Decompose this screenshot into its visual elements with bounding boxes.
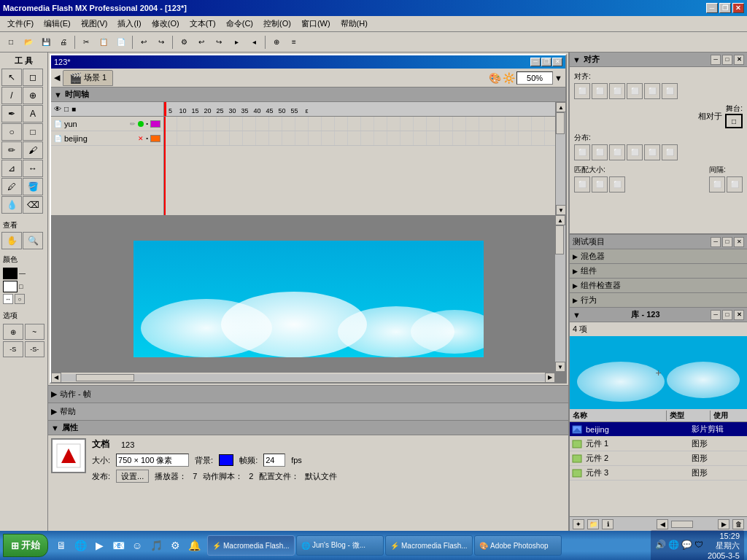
- actions-collapse[interactable]: ▶: [51, 389, 57, 399]
- media-btn[interactable]: ▶: [90, 537, 108, 554]
- option-x[interactable]: -S-: [25, 341, 45, 357]
- dist-center-h[interactable]: ⬜: [592, 144, 608, 160]
- dist-bottom[interactable]: ⬜: [662, 144, 678, 160]
- space-v[interactable]: ⬜: [727, 176, 743, 192]
- open-btn[interactable]: 📂: [20, 34, 36, 50]
- grid-btn[interactable]: ≡: [286, 34, 302, 50]
- match-w[interactable]: ⬜: [574, 176, 590, 192]
- canvas-scroll-up[interactable]: ▲: [555, 215, 565, 225]
- test-close[interactable]: ✕: [734, 237, 744, 247]
- menu-file[interactable]: 文件(F): [3, 17, 38, 31]
- menu-text[interactable]: 文本(T): [185, 17, 220, 31]
- lib-expand[interactable]: □: [722, 310, 732, 320]
- align-btn[interactable]: ⊕: [268, 34, 285, 50]
- taskbar-blog[interactable]: 🌐 Jun's Blog - 微...: [296, 535, 384, 556]
- lib-scrollbar-right[interactable]: ▶: [718, 519, 729, 529]
- timeline-collapse-btn[interactable]: ▼: [54, 90, 62, 99]
- back-btn[interactable]: ◀: [54, 73, 60, 82]
- cut-btn[interactable]: ✂: [78, 34, 94, 50]
- menu-edit[interactable]: 编辑(E): [39, 17, 75, 31]
- canvas-scroll-thumb[interactable]: [555, 225, 564, 254]
- lib-item-element1[interactable]: 元件 1 图形: [570, 437, 747, 451]
- scene-tab[interactable]: 🎬 场景 1: [63, 70, 113, 86]
- selection-tool[interactable]: ↖: [1, 69, 22, 86]
- align-bottom[interactable]: ⬜: [662, 83, 678, 99]
- taskbar-flash2[interactable]: ⚡ Macromedia Flash...: [385, 535, 473, 556]
- space-h[interactable]: ⬜: [709, 176, 725, 192]
- hand-tool[interactable]: ✋: [1, 232, 22, 249]
- scroll-down-btn[interactable]: ▼: [556, 205, 566, 215]
- paste-btn[interactable]: 📄: [113, 34, 129, 50]
- dist-left[interactable]: ⬜: [574, 144, 590, 160]
- scroll-up-btn[interactable]: ▲: [556, 102, 566, 112]
- save-btn[interactable]: 💾: [38, 34, 54, 50]
- paint-bucket-tool[interactable]: 🪣: [23, 178, 43, 195]
- align-left[interactable]: ⬜: [574, 83, 590, 99]
- qb4[interactable]: ⚙: [166, 537, 184, 554]
- pencil-tool[interactable]: ✏: [1, 141, 22, 159]
- publish-settings-btn[interactable]: 设置...: [116, 470, 149, 483]
- undo-btn[interactable]: ↩: [136, 34, 152, 50]
- dist-top[interactable]: ⬜: [627, 144, 643, 160]
- eyedropper-tool[interactable]: 💧: [1, 196, 22, 214]
- brush-tool[interactable]: 🖌: [23, 141, 43, 159]
- panel-behavior[interactable]: ▶ 行为: [570, 293, 747, 308]
- free-transform-tool[interactable]: ⊿: [1, 160, 22, 177]
- print-btn[interactable]: 🖨: [55, 34, 71, 50]
- lib-properties[interactable]: ℹ: [602, 519, 614, 529]
- bg-color-swatch[interactable]: [219, 454, 233, 466]
- frame-row-yun[interactable]: [164, 117, 555, 131]
- menu-commands[interactable]: 命令(C): [222, 17, 258, 31]
- new-btn[interactable]: □: [3, 34, 19, 50]
- menu-window[interactable]: 窗口(W): [297, 17, 335, 31]
- taskbar-photoshop[interactable]: 🎨 Adobe Photoshop: [474, 535, 562, 556]
- stroke-color-swatch[interactable]: [3, 268, 18, 279]
- eraser-tool[interactable]: ⌫: [23, 196, 43, 214]
- oval-tool[interactable]: ○: [1, 123, 22, 141]
- smooth-btn[interactable]: ↩: [193, 34, 209, 50]
- lib-new-folder[interactable]: 📁: [587, 519, 599, 529]
- lib-scrollbar-left[interactable]: ◀: [657, 519, 668, 529]
- layer-beijing[interactable]: 📄 beijing ✕ •: [51, 131, 163, 146]
- restore-button[interactable]: ❐: [719, 3, 731, 13]
- straighten-btn[interactable]: ↪: [211, 34, 227, 50]
- redo-btn[interactable]: ↪: [153, 34, 169, 50]
- qb2[interactable]: ☺: [128, 537, 146, 554]
- pen-tool[interactable]: ✒: [1, 105, 22, 122]
- taskbar-flash1[interactable]: ⚡ Macromedia Flash...: [207, 535, 295, 556]
- zoom-tool[interactable]: 🔍: [23, 232, 43, 249]
- lib-minimize[interactable]: ─: [711, 310, 721, 320]
- hscroll-thumb[interactable]: [76, 374, 134, 381]
- line-tool[interactable]: /: [1, 87, 22, 104]
- menu-help[interactable]: 帮助(H): [336, 17, 372, 31]
- ie-btn[interactable]: 🌐: [71, 537, 89, 554]
- lasso-tool[interactable]: ⊕: [23, 87, 43, 104]
- lib-item-beijing[interactable]: beijing 影片剪辑: [570, 422, 747, 437]
- layer-yun[interactable]: 📄 yun ✏ •: [51, 117, 163, 131]
- tray-icon-1[interactable]: 🔊: [655, 540, 667, 551]
- match-h[interactable]: ⬜: [592, 176, 608, 192]
- magnet-option[interactable]: ⊕: [3, 324, 23, 340]
- tray-icon-2[interactable]: 🌐: [668, 540, 680, 551]
- test-minimize[interactable]: ─: [711, 237, 721, 247]
- tray-icon-4[interactable]: 🛡: [694, 540, 706, 551]
- show-desktop-btn[interactable]: 🖥: [53, 537, 70, 554]
- tray-icon-3[interactable]: 💬: [681, 540, 693, 551]
- canvas-scroll-down[interactable]: ▼: [555, 362, 565, 372]
- align-center-v[interactable]: ⬜: [644, 83, 660, 99]
- rectangle-tool[interactable]: □: [23, 123, 43, 141]
- qb1[interactable]: 📧: [109, 537, 127, 554]
- start-button[interactable]: ⊞ 开始: [3, 534, 48, 557]
- frame-row-beijing[interactable]: [164, 131, 555, 146]
- lib-item-element2[interactable]: 元件 2 图形: [570, 451, 747, 466]
- menu-insert[interactable]: 插入(I): [113, 17, 145, 31]
- lib-close[interactable]: ✕: [734, 310, 744, 320]
- doc-close[interactable]: ✕: [552, 58, 562, 66]
- scroll-thumb[interactable]: [556, 112, 565, 134]
- option-s[interactable]: -S: [3, 341, 23, 357]
- copy-btn[interactable]: 📋: [96, 34, 112, 50]
- subselection-tool[interactable]: ◻: [23, 69, 43, 86]
- menu-view[interactable]: 视图(V): [77, 17, 112, 31]
- ink-bottle-tool[interactable]: 🖊: [1, 178, 22, 195]
- align-minimize[interactable]: ─: [711, 55, 721, 65]
